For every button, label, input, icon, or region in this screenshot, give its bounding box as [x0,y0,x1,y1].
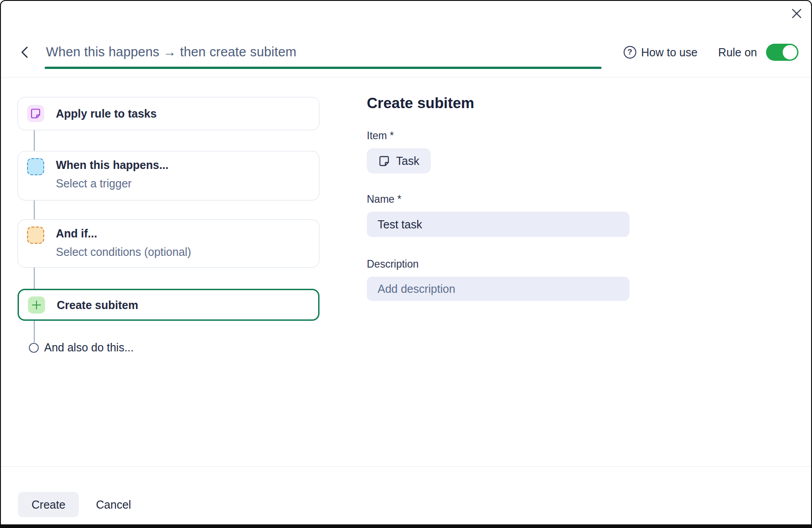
rule-title-field[interactable]: When this happens → then create subitem [45,43,602,69]
footer-actions: Create Cancel [18,492,131,517]
back-button[interactable] [18,45,32,59]
how-to-use-label: How to use [641,46,698,59]
flow-step-title: When this happens... [56,158,169,172]
flow-step-apply-rule[interactable]: Apply rule to tasks [18,97,319,130]
flow-step-title: Apply rule to tasks [56,107,157,120]
rule-on-label: Rule on [718,46,757,59]
add-step-button[interactable]: And also do this... [29,341,134,354]
flow-step-title: And if... [56,227,191,240]
flow-step-conditions[interactable]: And if... Select conditions (optional) [18,219,319,268]
cancel-button[interactable]: Cancel [96,498,131,511]
flow-connector [34,200,35,219]
name-input[interactable] [367,212,630,237]
rule-title-underline [45,67,602,69]
description-input[interactable] [367,277,630,301]
trigger-placeholder-icon [27,158,44,175]
add-step-label: And also do this... [44,341,134,354]
rule-builder-modal: When this happens → then create subitem … [0,0,812,528]
condition-placeholder-icon [27,227,44,244]
task-icon [379,155,390,167]
window-bottom-edge [1,524,811,527]
item-selector-chip[interactable]: Task [367,148,431,173]
flow-step-create-subitem[interactable]: Create subitem [18,289,319,321]
empty-circle-icon [29,343,39,353]
create-button[interactable]: Create [18,492,79,517]
flow-step-title: Create subitem [57,298,138,312]
flow-step-subtitle: Select a trigger [56,177,169,190]
create-subitem-panel: Create subitem Item * Task Name * Descri… [367,95,630,301]
rule-on-toggle[interactable] [766,44,798,61]
footer-divider [1,466,811,467]
header-controls: ? How to use Rule on [624,42,798,62]
close-button[interactable] [789,5,805,22]
close-icon [791,8,803,19]
how-to-use-button[interactable]: ? How to use [624,46,698,59]
panel-heading: Create subitem [367,95,630,112]
flow-step-trigger[interactable]: When this happens... Select a trigger [18,151,319,200]
flow-step-subtitle: Select conditions (optional) [56,245,191,259]
plus-icon [28,296,45,314]
flow-connector [34,130,35,151]
rule-title[interactable]: When this happens → then create subitem [45,43,602,60]
item-field-label: Item * [367,130,630,142]
flow-connector [34,321,35,342]
description-field-label: Description [367,258,630,270]
flow-connector [34,268,35,289]
header-divider [1,77,811,77]
question-mark-icon: ? [624,46,636,59]
task-icon [27,105,44,122]
item-value: Task [396,155,419,168]
toggle-knob [783,45,797,59]
name-field-label: Name * [367,193,630,205]
chevron-left-icon [19,46,31,59]
